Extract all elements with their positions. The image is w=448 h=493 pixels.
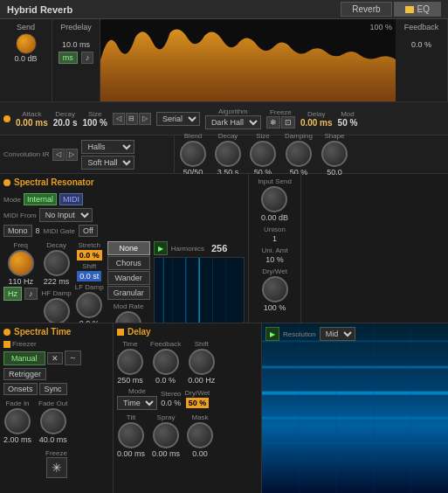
- ir-prev[interactable]: ◁: [52, 149, 65, 161]
- preset-wander[interactable]: Wander: [107, 271, 150, 285]
- delay-mask-label: Mask: [191, 413, 208, 421]
- ms-button[interactable]: ms: [59, 52, 78, 64]
- ir-select-2[interactable]: Soft Hall: [81, 156, 134, 170]
- predelay-label: Predelay: [60, 23, 92, 31]
- send-knob[interactable]: [16, 33, 37, 54]
- ir-label: Convolution IR: [3, 150, 49, 158]
- preset-chorus[interactable]: Chorus: [107, 256, 150, 270]
- resolution-select[interactable]: Mid: [320, 327, 355, 341]
- retrigger-button[interactable]: Retrigger: [3, 368, 46, 380]
- nav-prev[interactable]: ◁: [113, 113, 125, 125]
- delay-mask-knob[interactable]: [187, 422, 213, 448]
- waveform-display: [100, 19, 396, 101]
- wave-button[interactable]: ～: [65, 351, 81, 365]
- delay-mode-group: Mode Time: [117, 387, 157, 410]
- delay-spray-value: 0.00 ms: [152, 449, 180, 458]
- spectrogram-play[interactable]: ▶: [265, 327, 279, 341]
- midi-button[interactable]: MIDI: [59, 193, 83, 205]
- freezer-row: Freezer: [3, 340, 109, 348]
- sr-title: Spectral Resonator: [14, 177, 94, 187]
- ir-shape-label: Shape: [324, 132, 344, 140]
- delay-feedback-knob[interactable]: [153, 349, 179, 375]
- hz-button[interactable]: Hz: [3, 287, 22, 301]
- manual-row: Manual ✕ ～: [3, 351, 109, 365]
- freq-knob[interactable]: [8, 250, 34, 276]
- hf-damp-knob[interactable]: [44, 298, 70, 324]
- nav-icon[interactable]: ⊟: [126, 113, 138, 125]
- lf-damp-knob[interactable]: [76, 292, 102, 318]
- delay-spray-label: Spray: [157, 413, 176, 421]
- waveform-area[interactable]: 100 %: [100, 19, 396, 101]
- sr-dot: [3, 179, 10, 186]
- ir-decay-knob[interactable]: [215, 141, 241, 167]
- delay-time-label: Time: [122, 340, 137, 348]
- ir-damping-knob[interactable]: [286, 141, 312, 167]
- input-send-knob[interactable]: [261, 186, 287, 212]
- onsets-button[interactable]: Onsets: [3, 383, 38, 395]
- blend-knob[interactable]: [180, 141, 206, 167]
- ir-damping-group: Damping 50 %: [285, 132, 313, 177]
- delay-stereo-group: Stereo 0.0 %: [161, 390, 182, 407]
- preset-none[interactable]: None: [107, 241, 150, 255]
- delay-shift-knob[interactable]: [189, 349, 215, 375]
- ir-select-1[interactable]: Halls: [81, 140, 134, 154]
- freeze-star-button[interactable]: ✳: [46, 457, 67, 478]
- delay-drywet-label: Dry/Wet: [185, 389, 210, 397]
- delay-stereo-value: 0.0 %: [161, 399, 181, 407]
- sr-dry-wet-knob[interactable]: [262, 276, 288, 302]
- delay-group: Delay 0.00 ms: [300, 110, 333, 128]
- ir-shape-knob[interactable]: [321, 141, 348, 167]
- feedback-value: 0.0 %: [411, 40, 431, 49]
- preset-granular[interactable]: Granular: [107, 286, 150, 300]
- eq-indicator: [405, 6, 414, 13]
- freeze-btn-1[interactable]: ❄: [266, 116, 280, 128]
- spectrogram-visual: [262, 323, 448, 493]
- delay-mode-select[interactable]: Time: [117, 396, 157, 410]
- sr-decay-group: Decay 222 ms: [44, 241, 70, 286]
- algorithm-select[interactable]: Dark Hall: [205, 115, 261, 129]
- sr-decay-label: Decay: [46, 241, 66, 249]
- stretch-value-row: 0.0 %: [77, 250, 102, 260]
- ir-section: Convolution IR ◁ ▷ Halls Soft Hall: [0, 135, 175, 173]
- x-button[interactable]: ✕: [47, 352, 63, 365]
- stretch-value: 0.0 %: [77, 250, 102, 260]
- midi-from-label: MIDI From: [3, 212, 37, 219]
- ir-decay-group: Decay 3.50 s: [215, 132, 241, 177]
- sr-decay-knob[interactable]: [44, 250, 70, 276]
- blend-section: Blend 50/50 Decay 3.50 s Size 50 % Dampi…: [175, 135, 353, 173]
- mono-button[interactable]: Mono: [3, 225, 32, 237]
- ir-size-knob[interactable]: [250, 141, 276, 167]
- tab-eq[interactable]: EQ: [394, 2, 441, 17]
- delay-tilt-value: 0.00 ms: [117, 449, 145, 458]
- freq-note-button[interactable]: ♪: [24, 288, 38, 300]
- delay-row3: Tilt 0.00 ms Spray 0.00 ms Mask 0.00: [117, 413, 258, 458]
- uni-amt-group: Uni. Amt 10 %: [261, 246, 287, 264]
- delay-shift-value: 0.00 Hz: [188, 376, 215, 385]
- ir-next[interactable]: ▷: [65, 149, 78, 161]
- internal-button[interactable]: Internal: [24, 193, 57, 205]
- serial-select[interactable]: Serial: [156, 112, 200, 126]
- freeze-btn-2[interactable]: ⊡: [281, 116, 295, 128]
- tab-reverb[interactable]: Reverb: [341, 2, 391, 17]
- sync-button[interactable]: Sync: [39, 383, 67, 395]
- algorithm-label: Algorithm: [218, 108, 248, 115]
- manual-button[interactable]: Manual: [3, 351, 45, 365]
- note-button[interactable]: ♪: [81, 52, 94, 64]
- onsets-sync-row: Onsets Sync: [3, 383, 109, 395]
- midi-gate-button[interactable]: Off: [79, 225, 98, 237]
- nav-next[interactable]: ▷: [139, 113, 151, 125]
- decay-group: Decay 20.0 s: [53, 110, 78, 128]
- size-value: 100 %: [83, 118, 107, 128]
- delay-tilt-knob[interactable]: [118, 422, 144, 448]
- delay-time-knob[interactable]: [117, 349, 143, 375]
- uni-amt-label: Uni. Amt: [261, 246, 287, 254]
- harmonics-play[interactable]: ▶: [154, 241, 168, 255]
- delay-spray-knob[interactable]: [153, 422, 179, 448]
- fade-out-group: Fade Out 40.0 ms: [38, 399, 67, 444]
- decay-label: Decay: [55, 110, 75, 118]
- midi-from-select[interactable]: No Input: [39, 208, 93, 222]
- fade-in-knob[interactable]: [4, 408, 31, 434]
- shift-group: Shift 0.0 st: [75, 262, 104, 281]
- fade-out-knob[interactable]: [40, 408, 66, 434]
- nav-buttons: ◁ ⊟ ▷: [113, 113, 151, 125]
